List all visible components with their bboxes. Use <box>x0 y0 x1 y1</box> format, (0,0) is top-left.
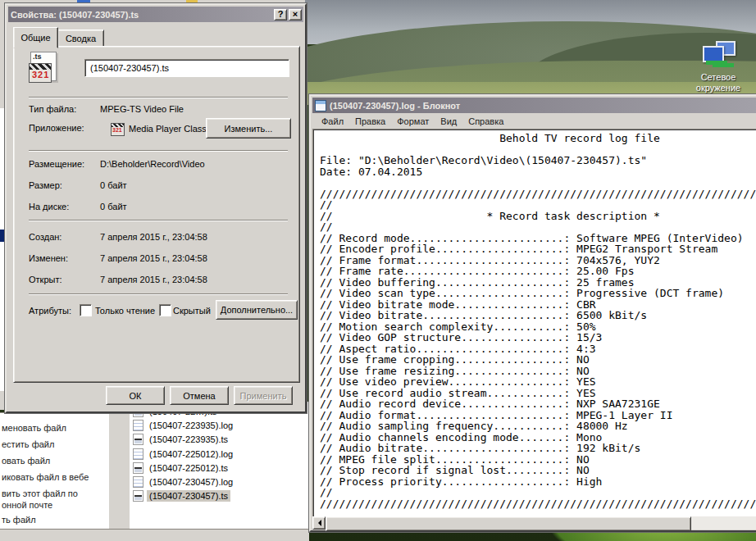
help-button[interactable]: ? <box>274 9 287 20</box>
notepad-menubar: Файл Правка Формат Вид Справка <box>312 113 756 129</box>
accessed-value: 7 апреля 2015 г., 23:04:58 <box>100 275 207 284</box>
menu-edit[interactable]: Правка <box>349 115 391 128</box>
size-on-disk-label: На диске: <box>29 202 98 211</box>
explorer-pane-gutter <box>108 410 130 529</box>
log-text: Behold TV record log file File: "D:\Beho… <box>313 130 756 509</box>
file-name: (150407-230457).log <box>147 476 235 488</box>
modified-label: Изменен: <box>29 253 98 263</box>
clapper-digits: 321 <box>32 70 49 80</box>
created-value: 7 апреля 2015 г., 23:04:58 <box>100 232 207 242</box>
change-button[interactable]: Изменить... <box>206 118 291 139</box>
file-ext-label: .ts <box>33 52 42 61</box>
network-base-icon <box>706 61 727 65</box>
file-type-row: Тип файла: MPEG-TS Video File <box>29 104 184 114</box>
task-copy-file[interactable]: овать файл <box>2 456 50 466</box>
file-list-item[interactable]: (150407-223935).log <box>133 419 235 432</box>
created-label: Создан: <box>29 232 98 242</box>
tab-summary[interactable]: Сводка <box>57 30 104 48</box>
application-value: Media Player Classic - <box>129 124 218 134</box>
monitor-icon <box>703 46 724 62</box>
close-button[interactable]: × <box>289 9 302 20</box>
dialog-titlebar[interactable]: Свойства: (150407-230457).ts ? × <box>8 7 303 22</box>
task-email-file[interactable]: вить этот файл по <box>2 489 78 498</box>
ok-button[interactable]: ОК <box>106 386 165 405</box>
advanced-button[interactable]: Дополнительно... <box>216 300 298 320</box>
filename-input[interactable]: (150407-230457).ts <box>84 59 289 77</box>
divider <box>29 150 288 152</box>
notepad-horizontal-scrollbar[interactable] <box>312 516 756 530</box>
size-on-disk-value: 0 байт <box>100 202 127 211</box>
tab-general[interactable]: Общие <box>13 27 58 48</box>
menu-help[interactable]: Справка <box>462 115 509 128</box>
notepad-text-area[interactable]: Behold TV record log file File: "D:\Beho… <box>312 129 756 517</box>
location-value: D:\Beholder\Record\Video <box>100 159 205 169</box>
notepad-titlebar[interactable]: (150407-230457).log - Блокнот <box>312 98 756 113</box>
network-places-icon <box>699 41 737 70</box>
file-list-item[interactable]: (150407-223935).ts <box>133 433 230 446</box>
task-email-file-line2[interactable]: онной почте <box>2 500 52 510</box>
log-file-icon <box>133 420 143 431</box>
size-row: Размер: 0 байт <box>29 180 127 190</box>
network-places-label: Сетевое окружение <box>693 72 744 93</box>
modified-value: 7 апреля 2015 г., 23:04:58 <box>100 253 207 263</box>
media-file-icon: .ts 321 <box>29 52 60 88</box>
menu-format[interactable]: Формат <box>391 115 435 128</box>
file-name: (150407-230457).ts <box>147 490 230 502</box>
attributes-row: Атрибуты: <box>29 306 71 316</box>
cancel-button[interactable]: Отмена <box>170 386 229 405</box>
explorer-task-pane: меновать файл естить файл овать файл ико… <box>0 412 109 530</box>
hidden-checkbox[interactable] <box>159 304 171 316</box>
menu-file[interactable]: Файл <box>316 115 349 128</box>
readonly-checkbox[interactable] <box>80 304 92 316</box>
general-tab-panel: .ts 321 (150407-230457).ts Тип файла: MP… <box>13 46 300 383</box>
task-delete-file[interactable]: ть файл <box>2 515 36 525</box>
location-row: Размещение: D:\Beholder\Record\Video <box>29 159 205 169</box>
network-label-line2: окружение <box>693 83 744 93</box>
file-name: (150407-223935).log <box>147 420 235 431</box>
explorer-bottom-frame <box>0 529 309 541</box>
scroll-left-button[interactable] <box>312 516 326 530</box>
created-row: Создан: 7 апреля 2015 г., 23:04:58 <box>29 232 207 242</box>
file-type-label: Тип файла: <box>29 104 98 114</box>
size-label: Размер: <box>29 180 98 190</box>
modified-row: Изменен: 7 апреля 2015 г., 23:04:58 <box>29 253 207 263</box>
screen: Сетевое окружение меновать файл естить ф… <box>0 0 756 541</box>
ts-file-icon <box>133 490 143 502</box>
ts-file-icon <box>133 462 143 474</box>
notepad-icon <box>315 100 326 111</box>
ts-file-icon <box>133 434 143 445</box>
file-list-item[interactable]: (150407-230457).log <box>133 475 235 489</box>
divider <box>29 220 288 221</box>
notepad-window: (150407-230457).log - Блокнот Файл Правк… <box>309 94 756 532</box>
hidden-label: Скрытый <box>173 306 211 316</box>
size-value: 0 байт <box>100 180 127 190</box>
left-arrow-icon <box>315 520 321 526</box>
properties-dialog: Свойства: (150407-230457).ts ? × Общие С… <box>5 3 307 413</box>
dialog-title: Свойства: (150407-230457).ts <box>11 10 272 20</box>
accessed-row: Открыт: 7 апреля 2015 г., 23:04:58 <box>29 275 207 284</box>
explorer-file-list: (150407-22…).ts (150407-223935).log (150… <box>130 402 309 529</box>
network-places-desktop-icon[interactable]: Сетевое окружение <box>693 41 744 95</box>
task-rename-file[interactable]: меновать файл <box>2 423 66 433</box>
attributes-label: Атрибуты: <box>29 306 71 316</box>
divider <box>29 293 288 295</box>
file-name: (150407-225012).ts <box>147 462 230 474</box>
task-publish-file[interactable]: иковать файл в вебе <box>2 472 89 482</box>
file-name: (150407-223935).ts <box>147 434 230 445</box>
network-label-line1: Сетевое <box>693 72 744 83</box>
log-file-icon <box>133 448 143 460</box>
file-list-item[interactable]: (150407-225012).log <box>133 448 235 461</box>
file-type-value: MPEG-TS Video File <box>100 104 184 114</box>
file-list-item-selected[interactable]: (150407-230457).ts <box>133 489 230 502</box>
menu-view[interactable]: Вид <box>435 115 462 128</box>
file-name: (150407-225012).log <box>147 448 235 460</box>
scrollbar-thumb[interactable] <box>326 516 691 531</box>
accessed-label: Открыт: <box>29 275 98 284</box>
application-row: Приложение: 321 Media Player Classic - <box>29 123 98 136</box>
clapper-digits: 321 <box>112 127 122 133</box>
task-move-file[interactable]: естить файл <box>2 439 54 449</box>
divider <box>29 97 288 98</box>
file-list-item[interactable]: (150407-225012).ts <box>133 461 230 475</box>
location-label: Размещение: <box>29 159 98 169</box>
mpc-app-icon: 321 <box>111 123 125 136</box>
